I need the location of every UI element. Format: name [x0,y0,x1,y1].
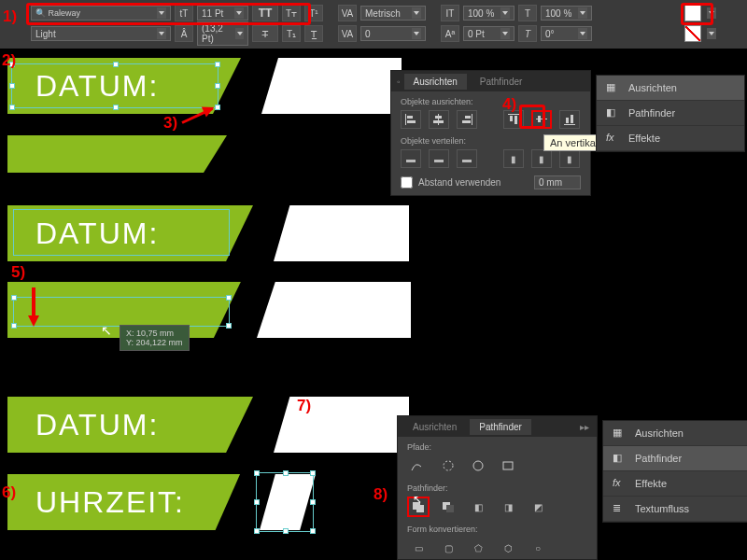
panel-menu-icon[interactable]: ▸▸ [580,422,589,432]
green-shape-3[interactable]: DATUM: [7,397,253,453]
svg-rect-22 [416,505,424,512]
dist-top-icon[interactable]: ▬ [401,149,421,168]
shape-ellipse-icon[interactable]: ○ [527,538,549,558]
highlight-swatch [681,3,713,25]
green-shape-1b[interactable] [7,135,241,173]
selection-frame-2b[interactable] [13,297,230,327]
side-panel-2: ▦Ausrichten ◧Pathfinder fxEffekte ≣Textu… [602,420,747,523]
annotation-5: 5) [11,263,25,282]
stroke-swatch[interactable] [684,25,701,42]
path-reverse-icon[interactable] [497,455,519,476]
tracking-value: 0 [365,29,371,39]
svg-rect-5 [433,120,444,123]
align-bottom-icon[interactable] [559,110,580,129]
align-hcenter-icon[interactable] [429,110,449,129]
baseline-icon: Aª [441,25,459,42]
shape-bevel-icon[interactable]: ⬠ [467,538,489,558]
pf-minus-back-icon[interactable]: ◩ [527,497,549,517]
datum-text-3: DATUM: [35,408,159,442]
annotation-8: 8) [374,485,388,504]
side-panel-1: ▦Ausrichten ◧Pathfinder fxEffekte [596,75,745,152]
kerning-icon: VA [338,5,357,21]
leading-icon: Â [175,25,193,42]
pf-tab-ausrichten[interactable]: Ausrichten [403,419,466,435]
path-close-icon[interactable] [467,455,489,476]
align-right-icon[interactable] [457,110,477,129]
white-shape-2b[interactable] [257,282,411,338]
highlight-1 [26,3,311,25]
shape-rect-icon[interactable]: ▭ [407,538,430,558]
white-shape-3[interactable] [274,397,409,453]
shape-inverse-icon[interactable]: ⬡ [497,538,519,558]
strike-button[interactable]: T̶ [252,25,278,42]
svg-rect-16 [566,118,569,123]
subscript-button[interactable]: T₁ [282,25,301,42]
selection-frame-1[interactable] [11,63,218,108]
white-shape-1[interactable] [261,58,402,114]
pf-intersect-icon[interactable]: ◧ [467,497,489,517]
svg-rect-15 [564,124,575,125]
svg-rect-7 [465,116,471,119]
font-weight-dropdown[interactable]: Light [31,26,171,41]
svg-rect-4 [435,116,442,119]
svg-rect-2 [407,120,416,123]
annotation-1: 1) [3,7,17,26]
hscale-value: 100 % [545,8,571,19]
coord-x: X: 10,75 mm [126,329,183,338]
hscale-dropdown[interactable]: 100 % [541,6,592,21]
stroke-dropdown-arrow[interactable] [707,28,716,39]
dist-hcenter-icon[interactable]: ▮ [531,149,552,168]
kerning-value: Metrisch [365,8,401,19]
annotation-3: 3) [163,114,177,133]
dist-left-icon[interactable]: ▮ [503,149,524,168]
side2-effekte[interactable]: fxEffekte [603,471,747,497]
leading-value: (13,2 Pt) [202,23,233,44]
annotation-4: 4) [502,95,516,114]
path-open-icon[interactable] [437,455,459,476]
side2-pathfinder[interactable]: ◧Pathfinder [603,446,747,471]
skew-dropdown[interactable]: 0° [541,26,592,41]
selection-frame-4[interactable] [256,472,314,532]
use-spacing-checkbox[interactable] [401,176,413,189]
pf-tabs: Ausrichten Pathfinder ▸▸ [398,416,597,437]
text-frame-2 [13,209,230,256]
tab-pathfinder[interactable]: Pathfinder [471,74,532,90]
underline-button[interactable]: T̲ [304,25,323,42]
svg-point-18 [444,461,453,470]
tracking-icon: VA [338,25,357,42]
cursor-icon: ↖ [101,323,112,338]
baseline-dropdown[interactable]: 0 Pt [463,26,514,41]
dist-bottom-icon[interactable]: ▬ [457,149,477,168]
side-effekte[interactable]: fxEffekte [597,126,744,151]
dist-right-icon[interactable]: ▮ [559,149,580,168]
white-shape-2[interactable] [274,205,409,261]
coord-y: Y: 204,122 mm [126,338,183,347]
highlight-4 [519,105,545,129]
green-shape-4[interactable]: UHRZEIT: [7,474,255,530]
shape-roundrect-icon[interactable]: ▢ [437,538,459,558]
cursor-icon-2: ↖ [413,493,422,506]
svg-point-19 [473,461,483,470]
svg-rect-10 [510,116,513,121]
coord-tooltip: X: 10,75 mm Y: 204,122 mm [120,325,190,351]
pf-exclude-icon[interactable]: ◨ [497,497,519,517]
spacing-value-input[interactable]: 0 mm [534,175,581,189]
tracking-dropdown[interactable]: 0 [360,26,426,41]
vscale-dropdown[interactable]: 100 % [463,6,514,21]
side-pathfinder[interactable]: ◧Pathfinder [597,101,744,126]
svg-rect-3 [438,114,439,125]
dist-vcenter-icon[interactable]: ▬ [429,149,449,168]
tab-ausrichten[interactable]: Ausrichten [404,74,467,90]
align-left-icon[interactable] [401,110,421,129]
path-join-icon[interactable] [407,455,430,476]
side2-textumfluss[interactable]: ≣Textumfluss [603,497,747,522]
paths-label: Pfade: [407,442,587,452]
svg-rect-6 [472,114,472,125]
uhrzeit-text: UHRZEIT: [35,485,185,520]
pf-tab-pathfinder[interactable]: Pathfinder [470,419,531,435]
side2-ausrichten[interactable]: ▦Ausrichten [603,421,747,446]
pf-subtract-icon[interactable] [437,497,459,517]
svg-rect-8 [462,120,471,123]
side-ausrichten[interactable]: ▦Ausrichten [597,76,744,101]
kerning-dropdown[interactable]: Metrisch [360,6,426,21]
